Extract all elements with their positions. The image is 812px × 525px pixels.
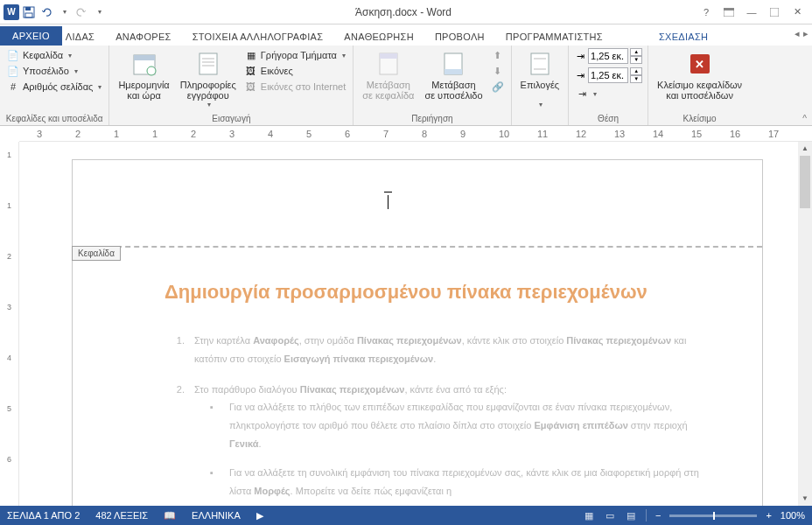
scroll-up-button[interactable]: ▲ xyxy=(798,142,812,156)
online-pictures-icon: 🖼 xyxy=(245,80,257,93)
header-top-input[interactable] xyxy=(588,48,628,64)
insert-tab-button[interactable]: ⇥ xyxy=(574,87,642,101)
goto-footer-button[interactable]: Μετάβασησε υποσέλιδο xyxy=(421,48,486,102)
status-bar: ΣΕΛΙΔΑ 1 ΑΠΟ 2 482 ΛΕΞΕΙΣ 📖 ΕΛΛΗΝΙΚΑ ▶ ▦… xyxy=(0,506,812,525)
tab-developer[interactable]: ΠΡΟΓΡΑΜΜΑΤΙΣΤΗΣ xyxy=(495,28,613,46)
group-close: ✕ Κλείσιμο κεφαλίδωνκαι υποσέλιδων Κλείσ… xyxy=(648,46,751,125)
zoom-slider[interactable] xyxy=(669,514,757,517)
footer-pos-icon: ⇥ xyxy=(574,69,586,81)
document-area[interactable]: Κεφαλίδα Δημιουργία προσαρμοσμένου πίνακ… xyxy=(19,142,798,506)
page[interactable]: Κεφαλίδα Δημιουργία προσαρμοσμένου πίνακ… xyxy=(72,159,763,506)
group-insert: Ημερομηνίακαι ώρα Πληροφορίεςεγγράφου ▦Γ… xyxy=(109,46,354,125)
spin-up[interactable]: ▲ xyxy=(630,48,642,56)
macro-icon[interactable]: ▶ xyxy=(256,510,263,522)
nav-link[interactable]: 🔗 xyxy=(490,80,506,94)
ribbon: 📄Κεφαλίδα 📄Υποσέλιδο #Αριθμός σελίδας Κε… xyxy=(0,46,812,126)
read-mode-view-button[interactable]: ▭ xyxy=(604,510,616,521)
tab-review[interactable]: ΑΝΑΘΕΩΡΗΣΗ xyxy=(333,28,424,46)
spellcheck-icon[interactable]: 📖 xyxy=(164,510,176,522)
help-button[interactable]: ? xyxy=(700,6,712,18)
spin-down[interactable]: ▼ xyxy=(630,75,642,83)
svg-rect-5 xyxy=(770,8,779,17)
footer-from-bottom[interactable]: ⇥ ▲▼ xyxy=(574,67,642,83)
zoom-level[interactable]: 100% xyxy=(780,510,805,521)
group-label: Θέση xyxy=(574,114,642,123)
minimize-button[interactable]: — xyxy=(746,6,758,18)
tab-mailings[interactable]: ΣΤΟΙΧΕΙΑ ΑΛΛΗΛΟΓΡΑΦΙΑΣ xyxy=(182,28,334,46)
tab-partial[interactable]: ΛΙΔΑΣ xyxy=(62,28,105,46)
footer-button[interactable]: 📄Υποσέλιδο xyxy=(5,64,103,78)
pictures-button[interactable]: 🖼Εικόνες xyxy=(243,64,347,78)
window-controls: ? — ✕ xyxy=(700,6,808,18)
document-icon xyxy=(194,50,222,78)
nav-next[interactable]: ⬇ xyxy=(490,64,506,78)
group-header-footer: 📄Κεφαλίδα 📄Υποσέλιδο #Αριθμός σελίδας Κε… xyxy=(0,46,109,125)
tab-view[interactable]: ΠΡΟΒΟΛΗ xyxy=(424,28,495,46)
footer-bottom-input[interactable] xyxy=(588,67,628,83)
header-from-top[interactable]: ⇥ ▲▼ xyxy=(574,48,642,64)
pictures-icon: 🖼 xyxy=(245,65,257,77)
datetime-button[interactable]: Ημερομηνίακαι ώρα xyxy=(115,48,172,102)
word-count[interactable]: 482 ΛΕΞΕΙΣ xyxy=(95,510,148,521)
ribbon-options-button[interactable] xyxy=(723,6,735,18)
tab-icon: ⇥ xyxy=(576,88,588,100)
close-button[interactable]: ✕ xyxy=(791,6,803,18)
link-icon: 🔗 xyxy=(492,80,504,93)
options-button[interactable]: Επιλογές xyxy=(517,48,564,110)
maximize-button[interactable] xyxy=(768,6,780,18)
quickparts-icon: ▦ xyxy=(245,49,257,61)
nav-prev[interactable]: ⬆ xyxy=(490,48,506,62)
tab-file[interactable]: ΑΡΧΕΙΟ xyxy=(0,26,62,46)
zoom-out-button[interactable]: − xyxy=(655,510,661,521)
online-pictures-button[interactable]: 🖼Εικόνες στο Internet xyxy=(243,80,347,94)
qat-customize[interactable] xyxy=(91,4,107,20)
svg-rect-4 xyxy=(724,8,734,10)
web-layout-view-button[interactable]: ▤ xyxy=(625,510,637,521)
svg-rect-16 xyxy=(444,69,462,74)
list-item: Για να αλλάξετε τη συνολική εμφάνιση του… xyxy=(217,464,710,500)
close-header-footer-button[interactable]: ✕ Κλείσιμο κεφαλίδωνκαι υποσέλιδων xyxy=(654,48,746,102)
group-label xyxy=(517,114,564,123)
header-icon: 📄 xyxy=(7,49,19,61)
group-options: Επιλογές xyxy=(512,46,570,125)
list-item: Για να αλλάξετε το πλήθος των επιπέδων ε… xyxy=(217,398,710,453)
page-indicator[interactable]: ΣΕΛΙΔΑ 1 ΑΠΟ 2 xyxy=(7,510,80,521)
language-indicator[interactable]: ΕΛΛΗΝΙΚΑ xyxy=(192,510,241,521)
scroll-thumb[interactable] xyxy=(800,156,810,208)
goto-header-button[interactable]: Μετάβασησε κεφαλίδα xyxy=(359,48,417,102)
docinfo-button[interactable]: Πληροφορίεςεγγράφου xyxy=(177,48,240,110)
scroll-down-button[interactable]: ▼ xyxy=(798,492,812,506)
calendar-icon xyxy=(130,50,158,78)
tab-scroll-right-icon[interactable]: ▸ xyxy=(803,28,808,39)
print-layout-view-button[interactable]: ▦ xyxy=(583,510,595,521)
page-number-button[interactable]: #Αριθμός σελίδας xyxy=(5,80,103,94)
titlebar: W Άσκηση.docx - Word ? — ✕ xyxy=(0,0,812,24)
spin-down[interactable]: ▼ xyxy=(630,56,642,64)
group-label: Κεφαλίδες και υποσέλιδα xyxy=(5,114,103,123)
header-tag[interactable]: Κεφαλίδα xyxy=(72,246,121,261)
vertical-ruler[interactable]: 1123456 xyxy=(4,142,19,506)
vertical-scrollbar[interactable]: ▲ ▼ xyxy=(798,142,812,506)
group-navigation: Μετάβασησε κεφαλίδα Μετάβασησε υποσέλιδο… xyxy=(354,46,511,125)
svg-rect-14 xyxy=(380,53,397,59)
save-button[interactable] xyxy=(21,4,37,20)
separator xyxy=(646,509,647,522)
down-arrow-icon: ⬇ xyxy=(492,65,504,77)
group-label: Περιήγηση xyxy=(359,114,505,123)
quickparts-button[interactable]: ▦Γρήγορα Τμήματα xyxy=(243,48,347,62)
horizontal-ruler[interactable]: 3211234567891011121314151617 xyxy=(19,126,812,142)
svg-rect-7 xyxy=(134,55,155,60)
tab-scroll-left-icon[interactable]: ◂ xyxy=(794,28,800,39)
undo-button[interactable] xyxy=(38,4,54,20)
zoom-in-button[interactable]: + xyxy=(766,510,771,521)
redo-button[interactable] xyxy=(74,4,89,20)
close-icon: ✕ xyxy=(686,50,714,78)
undo-dropdown[interactable] xyxy=(56,4,72,20)
tab-references[interactable]: ΑΝΑΦΟΡΕΣ xyxy=(105,28,182,46)
window-title: Άσκηση.docx - Word xyxy=(107,6,700,18)
tab-design[interactable]: ΣΧΕΔΙΑΣΗ xyxy=(648,28,718,46)
spin-up[interactable]: ▲ xyxy=(630,67,642,75)
text-cursor xyxy=(388,195,388,209)
header-button[interactable]: 📄Κεφαλίδα xyxy=(5,48,103,62)
ribbon-collapse-button[interactable]: ^ xyxy=(802,114,807,123)
